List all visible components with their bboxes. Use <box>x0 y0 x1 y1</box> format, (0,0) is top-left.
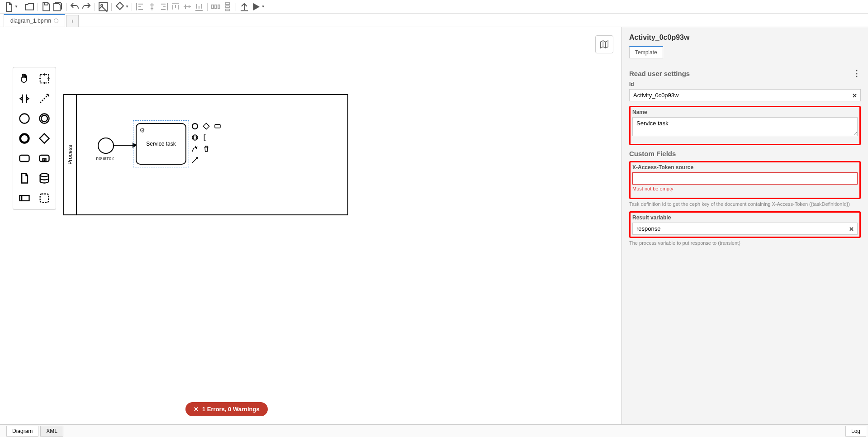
lane-label: Process <box>67 145 73 164</box>
start-event-icon[interactable] <box>15 109 34 128</box>
empty <box>213 133 223 142</box>
align-bottom-icon[interactable] <box>194 1 204 12</box>
pool[interactable]: Process початок ⚙ Service task <box>63 94 348 215</box>
distribute-h-icon[interactable] <box>210 1 221 12</box>
save-all-icon[interactable] <box>52 1 63 12</box>
svg-point-14 <box>20 114 29 124</box>
field-result: Result variable ✕ <box>632 214 858 235</box>
connect-icon[interactable] <box>190 155 200 165</box>
lane-body[interactable]: початок ⚙ Service task <box>77 95 347 214</box>
svg-point-17 <box>20 134 29 143</box>
deploy-icon[interactable] <box>239 1 250 12</box>
svg-point-16 <box>41 115 47 122</box>
hand-tool-icon[interactable] <box>15 69 34 88</box>
distribute-v-icon[interactable] <box>222 1 233 12</box>
pool-icon[interactable] <box>15 189 34 208</box>
delete-icon[interactable] <box>201 144 211 154</box>
data-object-icon[interactable] <box>15 169 34 188</box>
separator <box>95 3 95 11</box>
element-title: Activity_0c0p93w <box>629 33 861 42</box>
name-input[interactable] <box>632 117 858 136</box>
append-intermediate-icon[interactable] <box>190 133 200 142</box>
separator <box>38 3 38 11</box>
file-tabbar: diagram_1.bpmn + <box>0 14 868 27</box>
change-type-icon[interactable] <box>190 144 200 154</box>
separator <box>66 3 66 11</box>
align-top-icon[interactable] <box>170 1 181 12</box>
empty <box>213 144 223 154</box>
result-help: The process variable to put response to … <box>629 240 861 247</box>
unsaved-indicator-icon <box>54 19 58 23</box>
log-button[interactable]: Log <box>845 426 866 437</box>
svg-rect-8 <box>226 9 229 11</box>
color-icon[interactable] <box>114 1 125 12</box>
svg-point-21 <box>40 174 49 177</box>
start-event[interactable] <box>98 138 114 154</box>
error-pill-text: 1 Errors, 0 Warnings <box>202 406 260 413</box>
task-icon[interactable] <box>15 149 34 168</box>
properties-panel: Properties Panel Activity_0c0p93w Templa… <box>621 27 868 424</box>
connect-tool-icon[interactable] <box>35 89 54 108</box>
align-middle-icon[interactable] <box>182 1 193 12</box>
align-left-icon[interactable] <box>135 1 146 12</box>
service-task[interactable]: ⚙ Service task <box>136 123 186 165</box>
color-dropdown[interactable]: ▼ <box>125 5 129 9</box>
annotation-icon[interactable] <box>201 133 211 142</box>
id-input[interactable] <box>629 89 861 101</box>
end-event-icon[interactable] <box>15 129 34 148</box>
new-file-dropdown[interactable]: ▼ <box>14 5 18 9</box>
undo-icon[interactable] <box>69 1 80 12</box>
svg-rect-18 <box>20 155 29 162</box>
field-xtoken: X-Access-Token source Must not be empty <box>632 164 858 191</box>
save-icon[interactable] <box>41 1 52 12</box>
group-icon[interactable] <box>35 189 54 208</box>
svg-rect-3 <box>212 5 213 9</box>
append-gateway-icon[interactable] <box>201 121 211 131</box>
run-icon[interactable] <box>251 1 261 12</box>
gateway-icon[interactable] <box>35 129 54 148</box>
file-tab[interactable]: diagram_1.bpmn <box>4 14 65 27</box>
align-right-icon[interactable] <box>158 1 169 12</box>
kebab-menu-icon[interactable]: ⋮ <box>853 68 861 78</box>
svg-point-12 <box>193 136 197 139</box>
subprocess-icon[interactable] <box>35 149 54 168</box>
new-file-icon[interactable] <box>4 1 14 12</box>
clear-icon[interactable]: ✕ <box>849 225 854 232</box>
append-task-icon[interactable] <box>213 121 223 131</box>
tab-template[interactable]: Template <box>629 46 663 58</box>
image-icon[interactable] <box>98 1 109 12</box>
data-store-icon[interactable] <box>35 169 54 188</box>
bottom-bar: Diagram XML Log <box>0 424 868 437</box>
svg-rect-1 <box>99 3 107 11</box>
error-pill[interactable]: ✕ 1 Errors, 0 Warnings <box>185 402 268 416</box>
space-tool-icon[interactable] <box>15 89 34 108</box>
open-icon[interactable] <box>24 1 35 12</box>
xtoken-input[interactable] <box>632 172 858 185</box>
svg-rect-10 <box>215 124 220 128</box>
tab-diagram[interactable]: Diagram <box>6 426 38 437</box>
xtoken-label: X-Access-Token source <box>632 164 858 171</box>
align-center-icon[interactable] <box>147 1 157 12</box>
svg-rect-6 <box>226 3 229 5</box>
redo-icon[interactable] <box>81 1 92 12</box>
append-end-event-icon[interactable] <box>190 121 200 131</box>
svg-rect-13 <box>40 75 49 83</box>
field-id: Id ✕ <box>629 81 861 101</box>
run-dropdown[interactable]: ▼ <box>261 5 265 9</box>
intermediate-event-icon[interactable] <box>35 109 54 128</box>
tab-xml[interactable]: XML <box>40 426 63 437</box>
lasso-tool-icon[interactable] <box>35 69 54 88</box>
add-tab-button[interactable]: + <box>66 15 79 27</box>
properties-panel-toggle[interactable]: Properties Panel <box>621 131 622 195</box>
minimap-toggle[interactable] <box>595 35 613 53</box>
xtoken-error: Must not be empty <box>632 186 858 191</box>
start-event-label: початок <box>96 156 114 161</box>
clear-icon[interactable]: ✕ <box>852 92 857 99</box>
separator <box>236 3 236 11</box>
canvas[interactable]: Process початок ⚙ Service task <box>0 27 621 424</box>
lane-header[interactable]: Process <box>64 95 77 214</box>
result-input[interactable] <box>632 223 858 235</box>
field-name: Name <box>632 109 858 138</box>
file-tab-label: diagram_1.bpmn <box>10 18 51 24</box>
context-pad <box>190 121 223 165</box>
